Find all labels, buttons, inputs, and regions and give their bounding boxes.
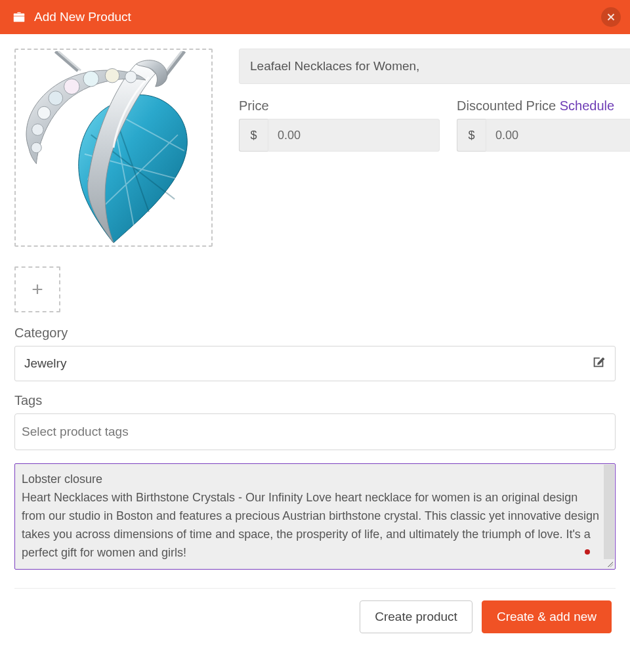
close-button[interactable]	[601, 7, 621, 27]
price-input[interactable]	[268, 119, 440, 152]
schedule-link[interactable]: Schedule	[560, 98, 614, 113]
pencil-square-icon	[591, 355, 606, 369]
currency-symbol: $	[457, 119, 486, 152]
image-column: +	[14, 49, 213, 312]
scrollbar[interactable]	[604, 465, 614, 559]
price-group: Price $	[239, 98, 440, 152]
modal-content: + Price $ Discounted Price Schedule	[0, 34, 630, 652]
category-label: Category	[14, 326, 616, 341]
svg-point-5	[64, 79, 80, 94]
add-image-button[interactable]: +	[14, 266, 60, 312]
discounted-price-label: Discounted Price Schedule	[457, 98, 630, 114]
top-row: + Price $ Discounted Price Schedule	[14, 49, 616, 312]
tags-placeholder: Select product tags	[22, 425, 129, 439]
currency-symbol: $	[239, 119, 268, 152]
tags-select[interactable]: Select product tags	[14, 413, 616, 450]
fields-column: Price $ Discounted Price Schedule $	[239, 49, 630, 312]
discounted-price-group: Discounted Price Schedule $	[457, 98, 630, 152]
svg-point-4	[49, 91, 63, 106]
price-label: Price	[239, 98, 440, 114]
discounted-input-wrap: $	[457, 119, 630, 152]
discounted-price-input[interactable]	[486, 119, 630, 152]
plus-icon: +	[32, 278, 43, 301]
description-box	[14, 463, 616, 570]
category-select[interactable]: Jewelry	[14, 346, 616, 381]
resize-handle[interactable]	[605, 559, 614, 568]
actions-row: Create product Create & add new	[14, 600, 616, 637]
svg-point-3	[37, 106, 51, 119]
product-name-input[interactable]	[239, 49, 630, 84]
description-textarea[interactable]	[22, 471, 600, 560]
product-image	[17, 51, 210, 244]
edit-category-button[interactable]	[591, 355, 606, 373]
create-add-new-button[interactable]: Create & add new	[482, 600, 612, 633]
svg-point-6	[83, 71, 99, 87]
modal-header: Add New Product	[0, 0, 630, 34]
close-icon	[605, 11, 617, 23]
category-value: Jewelry	[24, 356, 66, 371]
divider	[14, 588, 616, 589]
tags-label: Tags	[14, 393, 616, 408]
create-product-button[interactable]: Create product	[360, 600, 472, 633]
price-input-wrap: $	[239, 119, 440, 152]
modal-title: Add New Product	[34, 10, 131, 24]
svg-point-2	[32, 124, 44, 136]
svg-point-8	[125, 71, 137, 83]
spellcheck-indicator-icon	[585, 549, 590, 555]
briefcase-icon	[12, 10, 26, 24]
price-row: Price $ Discounted Price Schedule $	[239, 98, 630, 152]
svg-point-1	[32, 142, 42, 153]
svg-point-7	[105, 68, 119, 83]
product-image-upload[interactable]	[14, 49, 213, 247]
